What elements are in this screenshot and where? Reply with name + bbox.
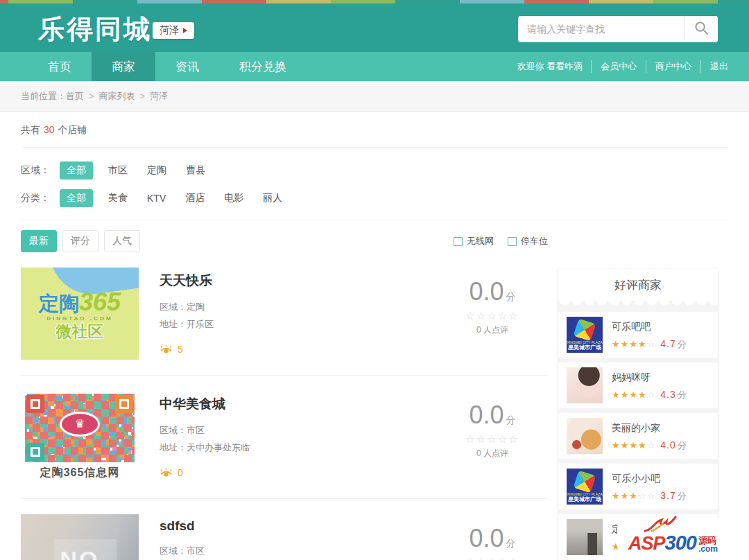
merchant-stars: ★★★★☆4.7分 (612, 338, 687, 351)
score-unit: 分 (506, 538, 516, 549)
breadcrumb-prefix: 当前位置： (21, 90, 66, 103)
category-filter-label: 分类： (21, 192, 50, 204)
nav-item-merchants[interactable]: 商家 (92, 52, 155, 81)
sort-tab-newest[interactable]: 最新 (21, 230, 57, 252)
category-option-movie[interactable]: 电影 (224, 192, 243, 204)
nav-item-points[interactable]: 积分兑换 (219, 52, 307, 81)
city-selector[interactable]: 菏泽 (153, 22, 194, 39)
summary-prefix: 共有 (21, 124, 40, 135)
merchant-center-link[interactable]: 商户中心 (646, 60, 700, 73)
crown-badge: ♛ (60, 412, 100, 437)
store-name[interactable]: sdfsd (160, 518, 437, 534)
category-option-all[interactable]: 全部 (60, 189, 93, 207)
category-option-hotel[interactable]: 酒店 (185, 192, 205, 204)
thumb-caption-cn: 星美城市广场 (567, 496, 603, 503)
merchant-info: 可乐小小吧 ★★★☆☆3.7分 (612, 471, 687, 502)
wifi-checkbox[interactable] (454, 237, 463, 246)
nav-item-home[interactable]: 首页 (28, 52, 92, 81)
eye-icon (160, 344, 173, 355)
store-name[interactable]: 天天快乐 (160, 272, 437, 290)
review-count: 0 人点评 (437, 324, 548, 336)
image-text: 定陶 (39, 292, 79, 315)
image-text: DINGTAO .COM (21, 316, 139, 322)
member-center-link[interactable]: 会员中心 (591, 60, 646, 73)
score-unit: 分 (678, 491, 687, 501)
breadcrumb-merchant-list[interactable]: 商家列表 (99, 90, 135, 103)
search-icon (694, 21, 709, 38)
rated-merchant-item[interactable]: XINGMEI CITY PLAZA 星美城市广场 可乐吧吧 ★★★★☆4.7分 (558, 312, 718, 358)
region-option-all[interactable]: 全部 (60, 161, 93, 180)
image-text: 微社区 (21, 324, 139, 340)
store-image[interactable]: NO 乐得同城 (21, 514, 139, 560)
image-caption: 定陶365信息网 (21, 464, 139, 483)
store-info: 天天快乐 区域：定陶 地址：开乐区 5 (160, 268, 437, 360)
merchant-name: 美丽的小家 (612, 422, 687, 435)
rated-merchant-item[interactable]: 美丽的小家 ★★★★☆4.0分 (558, 413, 718, 459)
wifi-filter[interactable]: 无线网 (454, 235, 494, 247)
score-unit: 分 (678, 440, 687, 450)
store-info: 中华美食城 区域：市区 地址：天中办事处东临 0 (160, 391, 437, 483)
score-value: 0.0 (469, 524, 503, 552)
listing-column: 最新 评分 人气 无线网 停车位 (21, 230, 548, 560)
merchant-name: 可乐小小吧 (612, 473, 687, 485)
category-option-food[interactable]: 美食 (108, 192, 128, 204)
category-option-beauty[interactable]: 丽人 (263, 192, 282, 204)
store-rating: 0.0分 ☆☆☆☆☆ 0 人点评 (437, 268, 548, 360)
logout-link[interactable]: 退出 (700, 60, 728, 73)
search-input[interactable] (518, 24, 685, 35)
wifi-label: 无线网 (467, 235, 494, 247)
store-count: 30 (44, 124, 55, 135)
region-label: 区域： (160, 301, 187, 312)
address-label: 地址： (160, 442, 187, 453)
category-option-ktv[interactable]: KTV (147, 193, 166, 204)
merchant-name: 可乐吧吧 (612, 321, 687, 333)
rated-merchant-item[interactable]: XINGMEI CITY PLAZA 星美城市广场 可乐小小吧 ★★★☆☆3.7… (558, 464, 718, 509)
breadcrumb-separator: > (140, 91, 146, 101)
merchant-score: 4.0 (660, 439, 675, 450)
merchant-info: 可乐吧吧 ★★★★☆4.7分 (612, 320, 687, 351)
store-count-summary: 共有30个店铺 (21, 124, 728, 148)
store-rating: 0.0分 ☆☆☆☆☆ 0 人点评 (437, 391, 548, 483)
sort-tab-popularity[interactable]: 人气 (104, 230, 140, 252)
category-filter-row: 分类： 全部 美食 KTV 酒店 电影 丽人 (21, 189, 728, 207)
breadcrumb-separator: > (89, 91, 94, 101)
score-unit: 分 (678, 390, 687, 400)
star-rating: ☆☆☆☆☆ (437, 310, 548, 322)
store-name[interactable]: 中华美食城 (160, 395, 437, 413)
merchant-score: 3.7 (660, 490, 675, 501)
parking-checkbox[interactable] (508, 237, 517, 246)
store-region: 区域：市区 (160, 421, 437, 439)
site-logo[interactable]: 乐得同城 (38, 12, 152, 47)
store-info: sdfsd 区域：市区 地址：sdf 1元送1积分 (160, 514, 437, 560)
pinwheel-logo (574, 319, 596, 342)
merchant-info: 美丽的小家 ★★★★☆4.0分 (612, 421, 687, 452)
region-option-city[interactable]: 市区 (108, 164, 128, 177)
score-unit: 分 (506, 291, 516, 302)
rated-merchant-item[interactable]: 妈妈咪呀 ★★★★☆4.3分 (558, 362, 718, 408)
region-option-dingtao[interactable]: 定陶 (147, 164, 166, 177)
store-address: 地址：开乐区 (160, 315, 437, 333)
nav-item-news[interactable]: 资讯 (155, 52, 219, 81)
top-rated-sidebar: 好评商家 XINGMEI CITY PLAZA 星美城市广场 可乐吧吧 ★★★★… (558, 269, 718, 560)
breadcrumb-home[interactable]: 首页 (66, 90, 84, 103)
main-nav: 首页 商家 资讯 积分兑换 欢迎你 看看咋滴 会员中心 商户中心 退出 (0, 52, 749, 81)
star-rating: ★★★★☆ (612, 390, 655, 400)
region-value: 定陶 (187, 301, 205, 312)
merchant-info: 妈妈咪呀 ★★★★☆4.3分 (612, 370, 687, 401)
sort-tab-score[interactable]: 评分 (62, 230, 98, 252)
region-label: 区域： (160, 425, 187, 435)
store-image[interactable]: 定陶365 DINGTAO .COM 微社区 (21, 268, 139, 360)
search-button[interactable] (685, 16, 718, 42)
image-text-block: 定陶365 DINGTAO .COM 微社区 (21, 290, 139, 340)
merchant-thumbnail (567, 418, 603, 454)
region-option-caoxian[interactable]: 曹县 (186, 164, 205, 177)
address-label: 地址： (160, 319, 187, 329)
asp300-watermark: ASP 300 源码 .com (617, 518, 749, 560)
region-value: 市区 (187, 545, 205, 556)
address-value: 开乐区 (187, 319, 214, 329)
merchant-score: 4.3 (660, 389, 675, 400)
placeholder-text: NO (21, 546, 139, 560)
listing-row: ♛ 定陶365信息网 中华美食城 区域：市区 地址：天中办事处东临 0 (21, 376, 548, 499)
store-image[interactable]: ♛ 定陶365信息网 (21, 391, 139, 483)
parking-filter[interactable]: 停车位 (508, 235, 548, 247)
